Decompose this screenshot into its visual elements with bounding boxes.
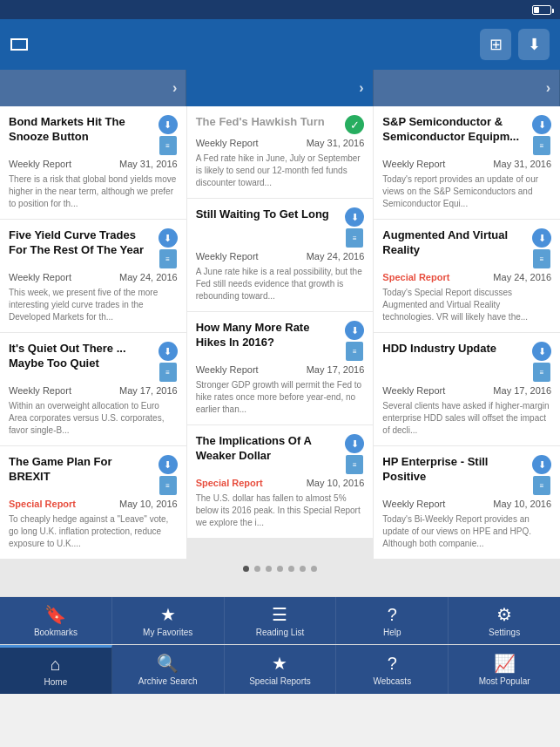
article-excerpt: A June rate hike is a real possibility, … (196, 266, 365, 302)
article-card[interactable]: Still Waiting To Get Long ⬇ ≡ Weekly Rep… (187, 199, 374, 311)
doc-icon: ≡ (159, 476, 177, 495)
pagination-dot[interactable] (266, 566, 272, 572)
report-type: Weekly Report (9, 385, 71, 396)
download-icon: ⬇ (345, 434, 364, 453)
article-title: S&P Semiconductor & Semiconductor Equipm… (382, 115, 527, 145)
article-title: Still Waiting To Get Long (196, 207, 341, 222)
article-title: The Implications Of A Weaker Dollar (196, 434, 341, 464)
webcasts-label: Webcasts (373, 676, 411, 686)
nav-item-webcasts[interactable]: ? Webcasts (336, 645, 449, 694)
article-icons: ⬇ ≡ (345, 321, 364, 361)
report-date: May 24, 2016 (119, 272, 178, 282)
article-icons: ⬇ ≡ (345, 207, 364, 248)
article-card[interactable]: S&P Semiconductor & Semiconductor Equipm… (374, 106, 560, 219)
pagination-dot[interactable] (243, 566, 249, 572)
report-type: Weekly Report (9, 272, 71, 282)
article-title: Five Yield Curve Trades For The Rest Of … (9, 228, 153, 258)
bookmarks-icon: 🔖 (44, 604, 66, 625)
article-excerpt: A Fed rate hike in June, July or Septemb… (196, 153, 365, 189)
pagination-dot[interactable] (277, 566, 283, 572)
report-type: Special Report (382, 272, 449, 282)
report-type: Special Report (196, 478, 263, 488)
article-icons: ⬇ ≡ (532, 342, 551, 382)
nav-item-archive-search[interactable]: 🔍 Archive Search (112, 645, 225, 694)
report-date: May 31, 2016 (119, 159, 178, 169)
report-date: May 31, 2016 (307, 138, 365, 148)
status-battery-area (529, 5, 551, 15)
bottom-nav-row2: ⌂ Home 🔍 Archive Search ★ Special Report… (0, 644, 560, 694)
article-card[interactable]: Five Yield Curve Trades For The Rest Of … (0, 220, 186, 332)
doc-icon: ≡ (533, 476, 550, 495)
article-icons: ✓ (345, 115, 364, 134)
article-card[interactable]: It's Quiet Out There ... Maybe Too Quiet… (0, 333, 186, 445)
content-col-0: Bond Markets Hit The Snooze Button ⬇ ≡ W… (0, 106, 186, 559)
article-excerpt: Today's Bi-Weekly Report provides an upd… (382, 513, 551, 550)
bookmarks-label: Bookmarks (34, 628, 78, 637)
doc-icon: ≡ (533, 363, 550, 382)
nav-item-settings[interactable]: ⚙ Settings (449, 597, 560, 644)
article-card[interactable]: Augmented And Virtual Reality ⬇ ≡ Specia… (374, 220, 560, 332)
bottom-nav-row1: 🔖 Bookmarks ★ My Favorites ☰ Reading Lis… (0, 596, 560, 644)
my-favorites-label: My Favorites (143, 628, 192, 637)
download-icon: ⬇ (532, 228, 551, 248)
article-card[interactable]: Bond Markets Hit The Snooze Button ⬇ ≡ W… (0, 106, 186, 219)
column-headers: › › › (0, 70, 560, 106)
article-card[interactable]: How Many More Rate Hikes In 2016? ⬇ ≡ We… (187, 312, 374, 424)
download-icon: ⬇ (532, 115, 551, 134)
pagination-dot[interactable] (311, 566, 317, 572)
header-icons: ⊞ ⬇ (480, 29, 550, 60)
article-icons: ⬇ ≡ (532, 115, 551, 155)
webcasts-icon: ? (388, 654, 397, 674)
nav-item-home[interactable]: ⌂ Home (0, 645, 112, 694)
report-date: May 17, 2016 (493, 385, 551, 396)
article-excerpt: Today's Special Report discusses Augment… (382, 287, 551, 323)
nav-item-special-reports[interactable]: ★ Special Reports (225, 645, 337, 694)
download-button[interactable]: ⬇ (518, 29, 550, 60)
nav-item-most-popular[interactable]: 📈 Most Popular (449, 645, 560, 694)
pagination-dot[interactable] (254, 566, 260, 572)
article-excerpt: Today's report provides an update of our… (382, 173, 551, 210)
article-excerpt: Within an overweight allocation to Euro … (9, 400, 178, 437)
col-header-global-fixed-income[interactable]: › (0, 70, 186, 106)
article-card[interactable]: HP Enterprise - Still Positive ⬇ ≡ Weekl… (374, 446, 560, 559)
download-icon: ⬇ (345, 321, 364, 340)
article-card[interactable]: HDD Industry Update ⬇ ≡ Weekly Report Ma… (374, 333, 560, 445)
article-excerpt: Several clients have asked if higher-mar… (382, 400, 551, 437)
article-icons: ⬇ ≡ (345, 434, 364, 474)
report-type: Weekly Report (382, 385, 445, 396)
nav-item-bookmarks[interactable]: 🔖 Bookmarks (0, 597, 112, 644)
doc-icon: ≡ (346, 342, 363, 361)
pagination-dot[interactable] (300, 566, 306, 572)
nav-item-help[interactable]: ? Help (336, 597, 449, 644)
report-date: May 10, 2016 (119, 499, 178, 509)
col-header-us-bond[interactable]: › (186, 70, 373, 106)
article-icons: ⬇ ≡ (159, 455, 178, 495)
download-icon: ⬇ (159, 342, 178, 361)
download-icon: ⬇ (159, 115, 178, 134)
col-header-tech-sector[interactable]: › (374, 70, 560, 106)
grid-view-button[interactable]: ⊞ (480, 29, 511, 60)
nav-item-my-favorites[interactable]: ★ My Favorites (112, 597, 225, 644)
nav-item-reading-list[interactable]: ☰ Reading List (225, 597, 337, 644)
report-type: Weekly Report (382, 159, 445, 169)
home-label: Home (44, 677, 68, 687)
article-icons: ⬇ ≡ (159, 115, 178, 155)
report-type: Special Report (9, 499, 76, 509)
article-title: HDD Industry Update (382, 342, 527, 357)
content-grid: Bond Markets Hit The Snooze Button ⬇ ≡ W… (0, 106, 560, 559)
article-card[interactable]: The Game Plan For BREXIT ⬇ ≡ Special Rep… (0, 446, 186, 559)
download-icon: ⬇ (345, 207, 364, 227)
article-title: How Many More Rate Hikes In 2016? (196, 321, 341, 350)
article-title: It's Quiet Out There ... Maybe Too Quiet (9, 342, 153, 371)
article-card[interactable]: The Implications Of A Weaker Dollar ⬇ ≡ … (187, 425, 374, 538)
download-icon: ⬇ (159, 228, 178, 248)
doc-icon: ≡ (159, 363, 177, 382)
col-header-arrow: › (359, 80, 363, 96)
article-card[interactable]: The Fed's Hawkish Turn ✓ Weekly Report M… (187, 106, 374, 198)
logo (10, 38, 28, 51)
help-label: Help (383, 628, 401, 637)
pagination-dot[interactable] (288, 566, 294, 572)
col-header-arrow: › (546, 80, 550, 96)
doc-icon: ≡ (346, 455, 363, 474)
report-type: Weekly Report (196, 251, 259, 261)
